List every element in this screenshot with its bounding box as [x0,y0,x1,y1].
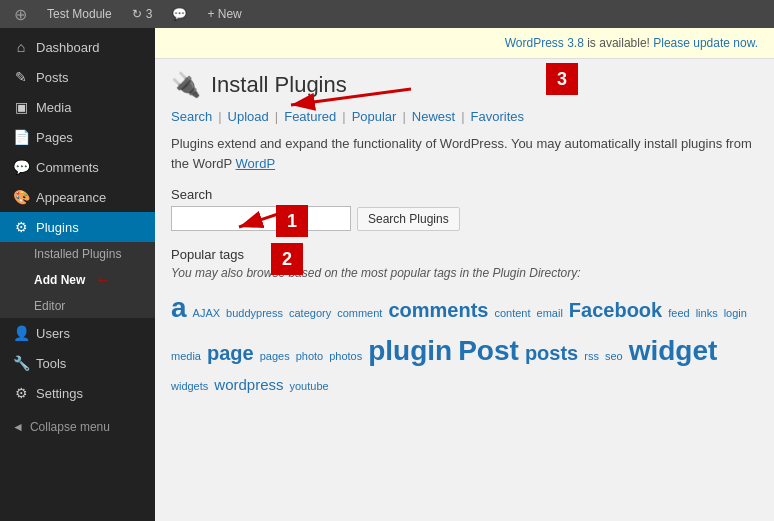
tag-photo[interactable]: photo [296,349,324,364]
sidebar-label-settings: Settings [36,386,83,401]
sidebar-label-comments: Comments [36,160,99,175]
annotation-2: 2 [271,243,303,275]
site-name-button[interactable]: Test Module [39,0,120,28]
tag-posts[interactable]: posts [525,339,578,367]
plugin-install-nav: Search | Upload | Featured | Popular | N… [171,109,758,124]
tag-page[interactable]: page [207,339,254,367]
update-now-link[interactable]: Please update now. [653,36,758,50]
comments-nav-icon: 💬 [12,159,30,175]
tag-comments[interactable]: comments [388,296,488,324]
popular-tags-subtitle: You may also browse based on the most po… [171,266,758,280]
search-section-wrapper: Search Search Plugins 1 [171,187,460,247]
tag-ajax[interactable]: AJAX [193,306,221,321]
nav-favorites[interactable]: Favorites [471,109,524,124]
tag-plugin[interactable]: plugin [368,331,452,370]
refresh-icon: ↻ [132,7,142,21]
tag-login[interactable]: login [724,306,747,321]
tag-category[interactable]: category [289,306,331,321]
dashboard-icon: ⌂ [12,39,30,55]
sidebar-label-posts: Posts [36,70,69,85]
sidebar-label-plugins: Plugins [36,220,79,235]
sidebar-item-comments[interactable]: 💬 Comments [0,152,155,182]
arrow-to-addnew: ← [95,271,111,289]
posts-icon: ✎ [12,69,30,85]
comments-button[interactable]: 💬 [164,0,195,28]
search-plugins-button[interactable]: Search Plugins [357,207,460,231]
plugin-description: Plugins extend and expand the functional… [171,134,758,173]
nav-featured[interactable]: Featured [284,109,336,124]
collapse-label: Collapse menu [30,420,110,434]
sidebar-item-tools[interactable]: 🔧 Tools [0,348,155,378]
sidebar-item-posts[interactable]: ✎ Posts [0,62,155,92]
update-notice-between: is available! [587,36,653,50]
content-area: WordPress 3.8 is available! Please updat… [155,28,774,521]
annotation-3: 3 [546,63,578,95]
plugins-icon: ⚙ [12,219,30,235]
users-icon: 👤 [12,325,30,341]
sidebar-label-users: Users [36,326,70,341]
sidebar-item-settings[interactable]: ⚙ Settings [0,378,155,408]
sidebar-item-pages[interactable]: 📄 Pages [0,122,155,152]
submenu-add-new[interactable]: Add New ← [0,266,155,294]
sidebar-label-tools: Tools [36,356,66,371]
tag-content[interactable]: content [494,306,530,321]
comments-icon: 💬 [172,7,187,21]
sidebar-label-appearance: Appearance [36,190,106,205]
nav-upload[interactable]: Upload [228,109,269,124]
appearance-icon: 🎨 [12,189,30,205]
plugins-submenu: Installed Plugins Add New ← Editor [0,242,155,318]
submenu-editor[interactable]: Editor [0,294,155,318]
tag-media[interactable]: media [171,349,201,364]
wp-logo[interactable]: ⊕ [6,0,35,28]
tag-comment[interactable]: comment [337,306,382,321]
tag-widget[interactable]: widget [629,331,718,370]
annotation-1: 1 [276,205,308,237]
sidebar-label-media: Media [36,100,71,115]
tag-email[interactable]: email [537,306,563,321]
wp-logo-icon: ⊕ [14,5,27,24]
tag-buddypress[interactable]: buddypress [226,306,283,321]
new-label: + New [207,7,241,21]
tag-pages[interactable]: pages [260,349,290,364]
admin-bar: ⊕ Test Module ↻ 3 💬 + New [0,0,774,28]
sidebar-item-users[interactable]: 👤 Users [0,318,155,348]
tag-youtube[interactable]: youtube [290,379,329,394]
page-content: 🔌 Install Plugins 3 Search [155,59,774,407]
nav-popular[interactable]: Popular [352,109,397,124]
sidebar-item-appearance[interactable]: 🎨 Appearance [0,182,155,212]
new-button[interactable]: + New [199,0,249,28]
page-title-row: 🔌 Install Plugins 3 [171,71,758,99]
refresh-count: 3 [146,7,153,21]
popular-tags-list: a AJAX buddypress category comment comme… [171,288,758,395]
tag-links[interactable]: links [696,306,718,321]
sidebar-label-pages: Pages [36,130,73,145]
submenu-installed-plugins[interactable]: Installed Plugins [0,242,155,266]
sidebar-item-plugins[interactable]: ⚙ Plugins [0,212,155,242]
site-name-label: Test Module [47,7,112,21]
tag-photos[interactable]: photos [329,349,362,364]
wp-version-text: WordPress 3.8 [505,36,584,50]
tag-widgets[interactable]: widgets [171,379,208,394]
settings-icon: ⚙ [12,385,30,401]
search-input[interactable] [171,206,351,231]
sidebar-item-dashboard[interactable]: ⌂ Dashboard [0,32,155,62]
search-row: Search Plugins [171,206,460,231]
nav-newest[interactable]: Newest [412,109,455,124]
sidebar-item-media[interactable]: ▣ Media [0,92,155,122]
wp-version-link[interactable]: WordPress 3.8 [505,36,588,50]
tag-a[interactable]: a [171,288,187,327]
tag-feed[interactable]: feed [668,306,689,321]
tag-facebook[interactable]: Facebook [569,296,662,324]
search-label: Search [171,187,460,202]
tag-wordpress[interactable]: wordpress [214,374,283,395]
refresh-button[interactable]: ↻ 3 [124,0,161,28]
tag-post[interactable]: Post [458,331,519,370]
tools-icon: 🔧 [12,355,30,371]
wordpress-link[interactable]: WordP [236,156,276,171]
tag-rss[interactable]: rss [584,349,599,364]
nav-search[interactable]: Search [171,109,212,124]
collapse-menu-button[interactable]: ◄ Collapse menu [0,412,155,442]
tag-seo[interactable]: seo [605,349,623,364]
collapse-icon: ◄ [12,420,24,434]
popular-tags-title: Popular tags [171,247,758,262]
